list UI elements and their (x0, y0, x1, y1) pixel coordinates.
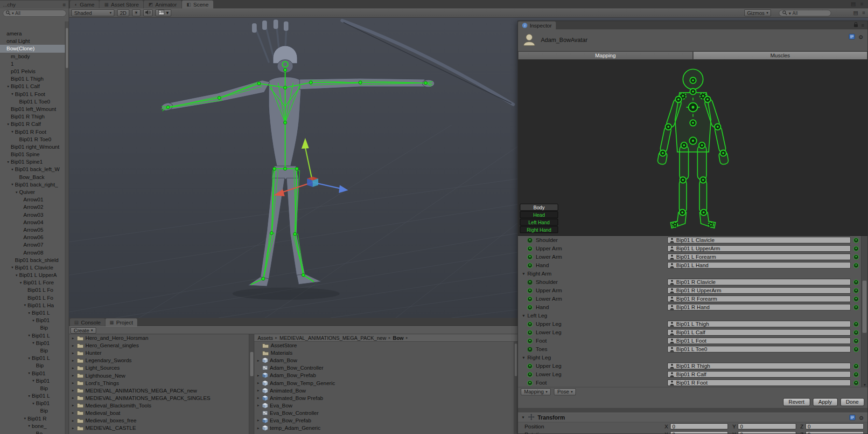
foldout-arrow-icon[interactable]: ► (71, 396, 75, 400)
foldout-arrow-icon[interactable]: ► (71, 389, 75, 392)
bone-status-icon[interactable] (854, 255, 859, 260)
bone-status-icon[interactable] (854, 330, 859, 335)
hierarchy-item[interactable]: ▼Bip01 (0, 400, 65, 407)
project-file[interactable]: ►Eva_Bow (254, 402, 514, 409)
hierarchy-item[interactable]: ▼Bip01 L Foot (0, 90, 65, 98)
foldout-arrow-icon[interactable]: ► (256, 374, 260, 377)
bone-object-field[interactable]: Bip01 L Calf (667, 329, 851, 336)
project-folders-scrollbar[interactable] (249, 334, 254, 434)
gizmos-dropdown[interactable]: Gizmos ▾ (744, 9, 771, 16)
hierarchy-item[interactable]: ▼bone_ (0, 422, 65, 430)
revert-button[interactable]: Revert (783, 398, 810, 406)
bone-object-field[interactable]: Bip01 R Thigh (667, 363, 851, 369)
hierarchy-item[interactable]: ▼Bip01 R Foot (0, 128, 65, 135)
foldout-arrow-icon[interactable]: ▼ (10, 92, 15, 96)
scrollbar-thumb[interactable] (515, 344, 517, 376)
project-folder[interactable]: ►Medieval_Blacksmith_Tools (69, 402, 249, 409)
hierarchy-item[interactable]: ▼Bip01 back_right_ (0, 181, 65, 188)
foldout-arrow-icon[interactable]: ▼ (31, 319, 36, 322)
hierarchy-item[interactable]: ▼Bip01 R Calf (0, 120, 65, 128)
bone-status-icon[interactable] (854, 322, 859, 327)
hierarchy-item[interactable]: Bip01 L Toe0 (0, 98, 65, 105)
bone-status-icon[interactable] (854, 263, 859, 268)
apply-button[interactable]: Apply (813, 398, 838, 406)
hierarchy-item[interactable]: ▼Bip01 L Ha (0, 302, 65, 309)
foldout-arrow-icon[interactable]: ▼ (14, 191, 19, 194)
foldout-arrow-icon[interactable]: ► (71, 427, 75, 430)
transform-rotation-x-input[interactable]: 0 (670, 431, 728, 434)
foldout-arrow-icon[interactable]: ► (71, 337, 75, 340)
foldout-arrow-icon[interactable]: ▼ (31, 379, 36, 382)
hierarchy-item[interactable]: Arrow04 (0, 219, 65, 226)
foldout-arrow-icon[interactable]: ► (71, 374, 75, 377)
transform-header[interactable]: ▼ Transform ⚙ (518, 413, 868, 422)
hierarchy-item[interactable]: Bip01 left_Wmount (0, 105, 65, 113)
shading-mode-dropdown[interactable]: Shaded ▾ (71, 9, 114, 16)
tab-scene[interactable]: ◧Scene (182, 0, 213, 8)
foldout-arrow-icon[interactable]: ▼ (522, 356, 527, 360)
hierarchy-item[interactable]: Arrow07 (0, 241, 65, 248)
body-part-button-right-hand[interactable]: Right Hand (520, 226, 558, 233)
inspector-tab[interactable]: i Inspector (518, 21, 556, 29)
project-folder[interactable]: ►Lord's_Things (69, 379, 249, 387)
foldout-arrow-icon[interactable]: ▼ (14, 274, 19, 277)
project-file[interactable]: ►Eva_Bow_Prefab (254, 417, 514, 424)
project-folder[interactable]: ►Hero_and_Hero_Horsman (69, 334, 249, 342)
project-file[interactable]: AssetStore (254, 342, 514, 349)
hierarchy-item[interactable]: Bip (0, 324, 65, 331)
create-button[interactable]: Create ▾ (70, 327, 96, 334)
hierarchy-item[interactable]: ▼Bip01 L (0, 309, 65, 317)
foldout-arrow-icon[interactable]: ▼ (6, 160, 11, 164)
bone-object-field[interactable]: Bip01 R Foot (667, 379, 851, 386)
hierarchy-item[interactable]: Bip01 right_Wmount (0, 143, 65, 151)
project-folder[interactable]: ►Light_Sources (69, 364, 249, 372)
hierarchy-item[interactable]: Bip01 L Thigh (0, 75, 65, 83)
bone-object-field[interactable]: Bip01 L Hand (667, 262, 851, 269)
hierarchy-item[interactable]: ▼Bip01 (0, 369, 65, 377)
bone-group-row[interactable]: ▼Left Leg (518, 311, 868, 320)
hierarchy-item[interactable]: ▼Bip01 (0, 377, 65, 385)
hierarchy-item[interactable]: ▼Bip01 L UpperA (0, 271, 65, 279)
inspector-menu-icon[interactable]: ≡ (861, 22, 864, 28)
foldout-arrow-icon[interactable]: ► (71, 344, 75, 347)
foldout-arrow-icon[interactable]: ▼ (10, 168, 15, 171)
tab-console[interactable]: ▤Console (70, 318, 105, 326)
tab-asset-store[interactable]: ▦Asset Store (99, 0, 143, 8)
hierarchy-item[interactable]: Bip01 R Thigh (0, 113, 65, 120)
bone-object-field[interactable]: Bip01 R Calf (667, 371, 851, 378)
bone-group-row[interactable]: ▼Right Arm (518, 269, 868, 278)
bone-status-icon[interactable] (854, 288, 859, 293)
hierarchy-item[interactable]: ▼Bip01 L (0, 354, 65, 362)
hierarchy-item[interactable]: ▼Bip01 R (0, 415, 65, 422)
effects-dropdown[interactable]: ▾ (155, 9, 172, 16)
project-file[interactable]: Adam_Bow_Controller (254, 364, 514, 372)
help-book-icon[interactable] (849, 414, 855, 422)
bone-status-icon[interactable] (854, 364, 859, 369)
bone-object-field[interactable]: Bip01 R UpperArm (667, 287, 851, 294)
gear-icon[interactable]: ⚙ (858, 34, 863, 41)
foldout-arrow-icon[interactable]: ► (71, 359, 75, 362)
foldout-arrow-icon[interactable]: ▼ (27, 372, 32, 375)
foldout-arrow-icon[interactable]: ▼ (22, 303, 28, 307)
help-book-icon[interactable] (849, 34, 855, 41)
project-folder[interactable]: ►Lighthouse_New (69, 372, 249, 379)
hierarchy-item[interactable]: onal Light (0, 37, 65, 45)
hierarchy-item[interactable]: ▼Bip01 back_left_W (0, 165, 65, 173)
foldout-arrow-icon[interactable]: ▼ (522, 272, 527, 276)
tab-project[interactable]: ▦Project (105, 318, 137, 326)
body-part-button-head[interactable]: Head (520, 211, 558, 218)
foldout-arrow-icon[interactable]: ► (71, 381, 75, 385)
hierarchy-item[interactable]: 1 (0, 60, 65, 68)
hierarchy-item[interactable]: ▼Bip01 (0, 317, 65, 324)
pose-menu-dropdown[interactable]: Pose ▾ (554, 388, 576, 395)
lighting-toggle-button[interactable]: ☀ (132, 9, 140, 16)
foldout-arrow-icon[interactable]: ► (71, 419, 75, 422)
bone-group-row[interactable]: ▼Right Leg (518, 353, 868, 362)
hierarchy-scrollbar[interactable] (65, 21, 69, 434)
tab-animator[interactable]: ◩Animator (144, 0, 181, 8)
project-file[interactable]: Materials (254, 349, 514, 357)
window-menu-icon[interactable]: ≡ (861, 1, 863, 7)
bone-status-icon[interactable] (854, 238, 859, 243)
hierarchy-item[interactable]: Bip (0, 362, 65, 369)
bone-object-field[interactable]: Bip01 L Clavicle (667, 237, 851, 243)
